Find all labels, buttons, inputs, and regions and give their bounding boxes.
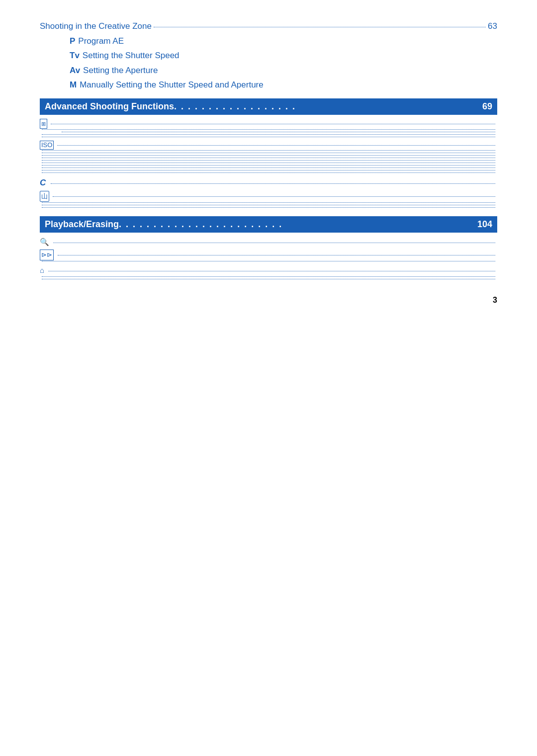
jump-images-entry: ⌂ — [40, 265, 497, 276]
jump-icon: ⌂ — [40, 265, 44, 276]
my-category-dots — [42, 261, 495, 261]
advanced-shooting-section: ⊞ ISO — [40, 119, 497, 209]
focus-bkt-dots — [42, 134, 495, 135]
hard-focus-dots — [62, 132, 495, 132]
focus-settings-entry — [40, 131, 497, 131]
view-movies-entry — [40, 278, 497, 278]
iso-icon: ISO — [40, 141, 54, 150]
aeb-entry — [40, 162, 497, 162]
index-icon: ⊳⊳ — [40, 250, 54, 260]
mode-tv-icon: Tv — [70, 49, 80, 62]
mode-m-label: Manually Setting the Shutter Speed and A… — [80, 79, 264, 91]
iso-quick-dots — [42, 150, 495, 151]
auto-rotate-entry — [40, 204, 497, 204]
creative-zone-section: Shooting in the Creative Zone 63 P Progr… — [40, 20, 497, 91]
view-movies-dots — [42, 276, 495, 277]
file-number-entry — [40, 209, 497, 209]
custom-settings-entry: C — [40, 176, 497, 189]
creative-zone-entry: Shooting in the Creative Zone 63 — [40, 20, 497, 33]
file-number-dots — [42, 207, 495, 208]
custom-settings-dots — [51, 183, 495, 184]
edit-movies-entry — [40, 280, 497, 281]
focus-settings-dots — [42, 129, 495, 130]
af-frame-icon: ⊞ — [40, 119, 47, 129]
my-colors-dots — [42, 165, 495, 166]
mode-p-icon: P — [70, 35, 75, 48]
image-dest-entry — [40, 206, 497, 207]
ae-lock-dots — [42, 155, 495, 156]
flash-output-dots — [42, 170, 495, 170]
page-number: 3 — [40, 296, 497, 305]
advanced-shooting-page: 69 — [482, 101, 492, 112]
shortcut-btn-dots — [53, 196, 495, 197]
auto-rotate-dots — [42, 202, 495, 203]
fe-lock-dots — [42, 158, 495, 158]
exp-comp-dots — [42, 153, 495, 153]
iso-quick-entry — [40, 152, 497, 152]
my-colors-entry — [40, 167, 497, 167]
af-frame-dots — [51, 124, 495, 124]
playback-erasing-page: 104 — [477, 219, 492, 230]
iso-entry: ISO — [40, 141, 497, 150]
flash-timing-entry — [40, 174, 497, 174]
my-category-entry — [40, 262, 497, 263]
mode-m-line: M Manually Setting the Shutter Speed and… — [40, 79, 497, 91]
creative-zone-dots — [154, 27, 486, 27]
edit-movies-dots — [42, 279, 495, 279]
index-playback-dots — [58, 255, 495, 255]
flash-output-entry — [40, 171, 497, 172]
advanced-shooting-header: Advanced Shooting Functions. . . . . . .… — [40, 98, 497, 115]
custom-settings-icon: C — [40, 176, 46, 189]
fe-lock-entry — [40, 159, 497, 160]
magnify-icon: 🔍 — [40, 237, 49, 248]
creative-zone-page: 63 — [488, 20, 497, 33]
mode-m-icon: M — [70, 79, 77, 91]
creative-zone-label: Shooting in the Creative Zone — [40, 20, 152, 33]
playback-erasing-header: Playback/Erasing. . . . . . . . . . . . … — [40, 216, 497, 233]
metering-entry — [40, 138, 497, 139]
aeb-dots — [42, 160, 495, 161]
wb-entry — [40, 164, 497, 165]
focus-bkt-entry — [40, 136, 497, 136]
mode-tv-line: Tv Setting the Shutter Speed — [40, 49, 497, 62]
mode-av-label: Setting the Aperture — [83, 64, 158, 77]
jump-images-dots — [48, 271, 495, 271]
flash-adj-entry — [40, 169, 497, 169]
af-frame-entry: ⊞ — [40, 119, 497, 129]
advanced-shooting-title: Advanced Shooting Functions. . . . . . .… — [45, 101, 296, 112]
ae-lock-entry — [40, 157, 497, 157]
mode-p-label: Program AE — [78, 35, 124, 48]
mode-av-icon: Av — [70, 64, 80, 77]
shortcut-btn-entry: 山 — [40, 191, 497, 202]
magnified-dots — [53, 243, 495, 243]
magnified-entry: 🔍 — [40, 237, 497, 248]
index-playback-entry: ⊳⊳ — [40, 250, 497, 260]
mode-tv-label: Setting the Shutter Speed — [83, 49, 179, 62]
playback-erasing-title: Playback/Erasing. . . . . . . . . . . . … — [45, 219, 282, 230]
iso-dots — [57, 145, 495, 146]
mode-p-line: P Program AE — [40, 35, 497, 48]
shortcut-btn-icon: 山 — [40, 191, 49, 202]
wb-dots — [42, 163, 495, 163]
playback-section: 🔍 ⊳⊳ ⌂ — [40, 237, 497, 281]
hard-focus-line2 — [40, 133, 497, 134]
exp-comp-entry — [40, 154, 497, 155]
flash-timing-dots — [42, 172, 495, 173]
metering-dots — [42, 137, 495, 137]
mode-av-line: Av Setting the Aperture — [40, 64, 497, 77]
hard-focus-entry — [40, 133, 497, 134]
image-dest-dots — [42, 205, 495, 205]
